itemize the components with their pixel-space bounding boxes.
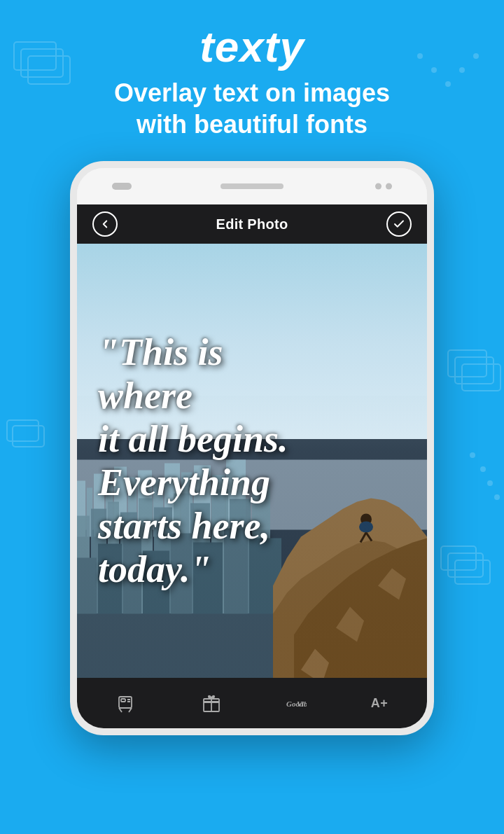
- app-title: texty: [0, 25, 504, 69]
- phone-camera: [112, 183, 132, 190]
- phone-body: Edit Photo: [70, 161, 434, 735]
- toolbar-title: Edit Photo: [216, 216, 288, 232]
- svg-line-72: [129, 708, 132, 712]
- gift-button[interactable]: [191, 687, 232, 719]
- phone-speaker: [220, 183, 284, 189]
- tagline: Overlay text on imageswith beautiful fon…: [0, 77, 504, 140]
- phone-top-bar: [77, 168, 427, 204]
- sticker-button[interactable]: [106, 687, 147, 719]
- app-bottom-bar: Good Vibe A+: [77, 678, 427, 728]
- header: texty Overlay text on imageswith beautif…: [0, 0, 504, 140]
- quote-overlay: "This is whereit all begins.Everythingst…: [77, 244, 427, 678]
- text-size-button[interactable]: A+: [361, 690, 398, 716]
- svg-line-71: [119, 708, 122, 712]
- back-button[interactable]: [92, 211, 118, 237]
- text-size-label: A+: [371, 696, 388, 711]
- svg-rect-73: [121, 699, 125, 702]
- phone-mockup: Edit Photo: [0, 161, 504, 735]
- svg-text:Vibe: Vibe: [297, 700, 307, 708]
- font-style-button[interactable]: Good Vibe: [276, 687, 316, 719]
- phone-dot-2: [386, 183, 392, 190]
- photo-editing-area[interactable]: "This is whereit all begins.Everythingst…: [77, 244, 427, 678]
- app-toolbar: Edit Photo: [77, 204, 427, 244]
- phone-sensors: [375, 183, 392, 190]
- phone-dot-1: [375, 183, 382, 190]
- quote-text: "This is whereit all begins.Everythingst…: [98, 331, 320, 592]
- done-button[interactable]: [386, 211, 412, 237]
